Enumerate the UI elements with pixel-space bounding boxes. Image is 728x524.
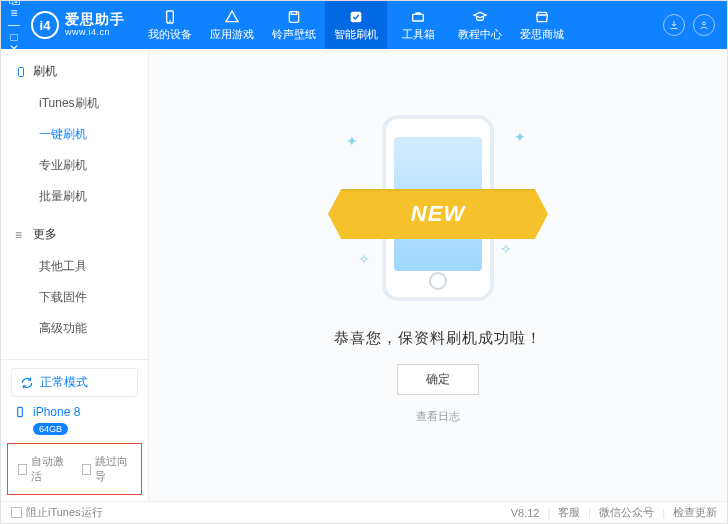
phone-small-icon <box>13 405 27 419</box>
phone-outline-icon <box>15 66 27 78</box>
window-controls: 🛍 ≡ — □ ✕ <box>7 0 21 55</box>
check-block-itunes[interactable]: 阻止iTunes运行 <box>11 505 103 520</box>
sparkle-icon: ✦ <box>346 133 358 149</box>
sidebar-item-pro-flash[interactable]: 专业刷机 <box>1 150 148 181</box>
nav-flash[interactable]: 智能刷机 <box>325 1 387 49</box>
device-model-label: iPhone 8 <box>33 405 80 419</box>
support-link[interactable]: 客服 <box>558 505 580 520</box>
check-auto-activate[interactable]: 自动激活 <box>18 454 68 484</box>
content: ✦ ✦ ✧ ✧ NEW 恭喜您，保资料刷机成功啦！ 确定 查看日志 <box>149 49 727 501</box>
apps-icon <box>224 9 240 25</box>
storage-badge: 64GB <box>33 423 68 435</box>
device-mode[interactable]: 正常模式 <box>18 372 131 393</box>
flash-icon <box>348 9 364 25</box>
sidebar-item-other-tools[interactable]: 其他工具 <box>1 251 148 282</box>
sidebar-section-label: 更多 <box>33 226 57 243</box>
nav-label: 铃声壁纸 <box>272 27 316 42</box>
device-panel: 正常模式 iPhone 8 64GB <box>1 359 148 443</box>
view-log-link[interactable]: 查看日志 <box>416 409 460 424</box>
sparkle-icon: ✧ <box>358 251 370 267</box>
top-nav: 我的设备 应用游戏 铃声壁纸 智能刷机 工具箱 教程中心 爱思商城 <box>139 1 573 49</box>
sparkle-icon: ✧ <box>500 241 512 257</box>
nav-my-device[interactable]: 我的设备 <box>139 1 201 49</box>
sidebar-item-download-firmware[interactable]: 下载固件 <box>1 282 148 313</box>
brand-url: www.i4.cn <box>65 28 125 38</box>
nav-label: 爱思商城 <box>520 27 564 42</box>
nav-tutorials[interactable]: 教程中心 <box>449 1 511 49</box>
device-mode-label: 正常模式 <box>40 374 88 391</box>
download-button[interactable] <box>663 14 685 36</box>
svg-rect-6 <box>19 67 24 76</box>
checkbox-icon <box>18 464 27 475</box>
check-skip-guide[interactable]: 跳过向导 <box>82 454 132 484</box>
logo-icon: i4 <box>31 11 59 39</box>
sidebar-item-onekey-flash[interactable]: 一键刷机 <box>1 119 148 150</box>
checkbox-icon <box>82 464 91 475</box>
app-header: 🛍 ≡ — □ ✕ i4 爱思助手 www.i4.cn 我的设备 应用游戏 铃声… <box>1 1 727 49</box>
status-bar: 阻止iTunes运行 V8.12 | 客服 | 微信公众号 | 检查更新 <box>1 501 727 523</box>
hamburger-icon: ≡ <box>15 228 27 242</box>
device-model[interactable]: iPhone 8 <box>11 403 138 421</box>
success-illustration: ✦ ✦ ✧ ✧ NEW <box>328 107 548 307</box>
wechat-link[interactable]: 微信公众号 <box>599 505 654 520</box>
nav-label: 工具箱 <box>402 27 435 42</box>
shop-icon <box>534 9 550 25</box>
nav-tools[interactable]: 工具箱 <box>387 1 449 49</box>
nav-apps[interactable]: 应用游戏 <box>201 1 263 49</box>
ok-button[interactable]: 确定 <box>397 364 479 395</box>
separator: | <box>588 507 591 519</box>
sparkle-icon: ✦ <box>514 129 526 145</box>
checkbox-icon <box>11 507 22 518</box>
user-icon <box>698 19 710 31</box>
result-message: 恭喜您，保资料刷机成功啦！ <box>334 329 542 348</box>
ribbon-text: NEW <box>411 201 465 227</box>
sidebar-section-more[interactable]: ≡ 更多 <box>1 220 148 249</box>
nav-label: 我的设备 <box>148 27 192 42</box>
sidebar-item-batch-flash[interactable]: 批量刷机 <box>1 181 148 212</box>
check-update-link[interactable]: 检查更新 <box>673 505 717 520</box>
nav-label: 智能刷机 <box>334 27 378 42</box>
sidebar-item-advanced[interactable]: 高级功能 <box>1 313 148 344</box>
sidebar-section-label: 刷机 <box>33 63 57 80</box>
phone-icon <box>162 9 178 25</box>
check-label: 阻止iTunes运行 <box>26 505 103 520</box>
nav-shop[interactable]: 爱思商城 <box>511 1 573 49</box>
account-button[interactable] <box>693 14 715 36</box>
svg-rect-7 <box>18 407 23 416</box>
grad-cap-icon <box>472 9 488 25</box>
svg-rect-3 <box>351 11 362 22</box>
new-ribbon: NEW <box>328 189 548 239</box>
main-area: 刷机 iTunes刷机 一键刷机 专业刷机 批量刷机 ≡ 更多 其他工具 下载固… <box>1 49 727 501</box>
brand: i4 爱思助手 www.i4.cn <box>21 11 135 39</box>
toolbox-icon <box>410 9 426 25</box>
nav-label: 应用游戏 <box>210 27 254 42</box>
download-icon <box>668 19 680 31</box>
nav-ringtones[interactable]: 铃声壁纸 <box>263 1 325 49</box>
check-label: 自动激活 <box>31 454 67 484</box>
highlighted-options: 自动激活 跳过向导 <box>7 443 142 495</box>
svg-rect-4 <box>413 14 424 21</box>
sidebar-item-itunes-flash[interactable]: iTunes刷机 <box>1 88 148 119</box>
separator: | <box>547 507 550 519</box>
nav-label: 教程中心 <box>458 27 502 42</box>
sidebar: 刷机 iTunes刷机 一键刷机 专业刷机 批量刷机 ≡ 更多 其他工具 下载固… <box>1 49 149 501</box>
separator: | <box>662 507 665 519</box>
music-icon <box>286 9 302 25</box>
device-storage: 64GB <box>11 421 138 437</box>
sidebar-section-flash[interactable]: 刷机 <box>1 57 148 86</box>
brand-name: 爱思助手 <box>65 12 125 27</box>
svg-point-5 <box>703 22 706 25</box>
check-label: 跳过向导 <box>95 454 131 484</box>
refresh-icon <box>20 376 34 390</box>
version-label: V8.12 <box>511 507 540 519</box>
